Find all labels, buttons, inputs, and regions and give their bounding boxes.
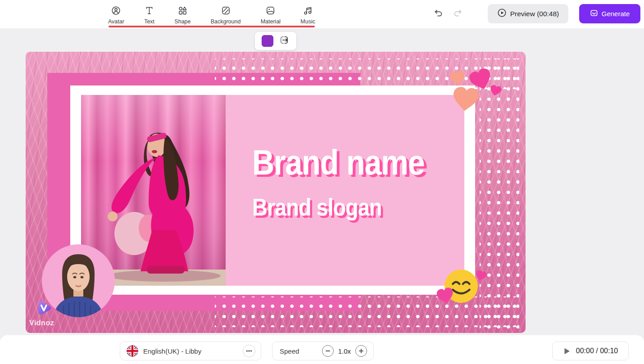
ellipsis-icon [245, 347, 253, 355]
selection-mini-toolbar [255, 32, 296, 50]
text-icon [144, 5, 154, 18]
generate-label: Generate [602, 10, 630, 18]
preview-label: Preview (00:48) [510, 10, 559, 18]
time-display: 00:00 / 00:10 [576, 347, 618, 355]
color-swatch[interactable] [262, 35, 273, 47]
plus-icon [358, 348, 364, 354]
speed-decrease-button[interactable] [322, 345, 334, 357]
speed-value: 1.0x [338, 347, 351, 355]
brand-name-text[interactable]: Brand name [252, 145, 425, 180]
heart-salmon-large-icon[interactable] [450, 85, 481, 113]
voice-more-button[interactable] [243, 345, 255, 357]
shape-icon [177, 5, 188, 18]
tab-text[interactable]: Text [144, 0, 154, 28]
voice-name: English(UK) - Libby [143, 347, 243, 355]
top-toolbar: Avatar Text Shape Background Material Mu… [0, 0, 644, 28]
undo-icon[interactable] [433, 8, 444, 21]
tab-music[interactable]: Music [300, 0, 315, 28]
speed-control: Speed 1.0x [272, 342, 374, 360]
tab-material[interactable]: Material [261, 0, 281, 28]
tab-shape[interactable]: Shape [174, 0, 190, 28]
flip-horizontal-icon[interactable] [279, 35, 290, 47]
tab-background-label: Background [211, 18, 241, 25]
asset-tabs: Avatar Text Shape Background Material Mu… [108, 0, 315, 28]
tab-music-label: Music [300, 18, 315, 25]
vidnoz-logo-icon [35, 300, 52, 317]
watermark: Vidnoz [29, 300, 79, 327]
heart-salmon-small-icon[interactable] [449, 70, 467, 87]
playback-bottom-bar: English(UK) - Libby Speed 1.0x 00:00 / 0… [0, 335, 644, 364]
speed-label: Speed [280, 347, 322, 355]
material-icon [265, 5, 276, 18]
video-canvas[interactable]: Brand name Brand slogan [26, 52, 526, 333]
watermark-label: Vidnoz [29, 319, 79, 327]
tab-avatar-label: Avatar [108, 18, 124, 25]
avatar-icon [111, 5, 121, 18]
video-editor-app: Avatar Text Shape Background Material Mu… [0, 0, 644, 364]
preview-play-icon [497, 8, 507, 19]
tab-avatar[interactable]: Avatar [108, 0, 124, 28]
music-icon [303, 5, 313, 18]
redo-icon[interactable] [452, 8, 463, 21]
history-controls [433, 8, 463, 21]
smiley-hearts-sticker[interactable] [436, 264, 508, 323]
background-icon [221, 5, 231, 18]
brand-slogan-text[interactable]: Brand slogan [252, 195, 381, 219]
voice-selector[interactable]: English(UK) - Libby [120, 342, 261, 360]
preview-button[interactable]: Preview (00:48) [488, 4, 568, 23]
uk-flag-icon [127, 345, 138, 357]
generate-icon [590, 9, 598, 18]
tab-background[interactable]: Background [211, 0, 241, 28]
tab-text-label: Text [144, 18, 154, 25]
tabs-active-underline [109, 26, 315, 27]
generate-button[interactable]: Generate [579, 4, 640, 23]
tab-material-label: Material [261, 18, 281, 25]
play-icon [563, 347, 571, 355]
tab-shape-label: Shape [174, 18, 190, 25]
minus-icon [325, 348, 331, 354]
speed-increase-button[interactable] [355, 345, 367, 357]
playback-control[interactable]: 00:00 / 00:10 [552, 342, 629, 360]
